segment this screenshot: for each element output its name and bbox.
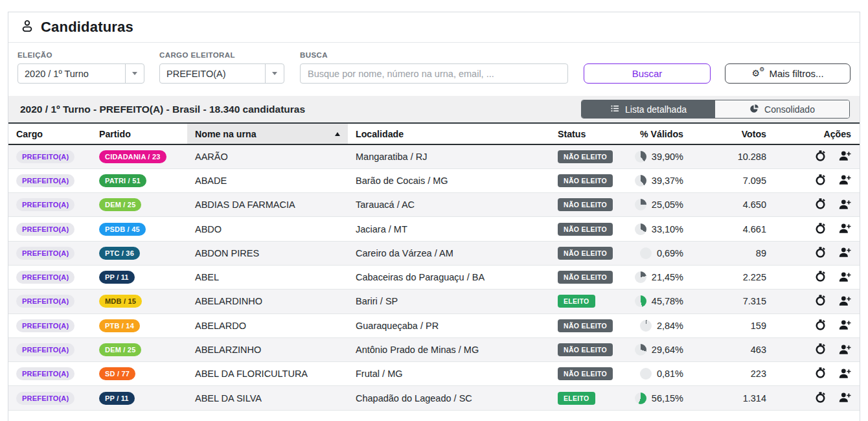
votes: 89 [686,241,770,265]
party-badge: DEM / 25 [99,343,141,356]
timer-action-button[interactable] [814,391,827,405]
party-badge: PTC / 36 [99,247,140,260]
candidate-name: ABEL DA FLORICULTURA [187,362,348,386]
cargo-badge: PREFEITO(A) [16,319,74,332]
cargo-badge: PREFEITO(A) [16,198,74,211]
cargo-label: CARGO ELEITORAL [159,51,284,59]
mais-filtros-label: Mais filtros... [769,68,823,79]
col-votos[interactable]: Votos [686,124,770,144]
page-title: Candidaturas [41,19,133,36]
add-user-action-button[interactable] [838,173,851,188]
summary-bar: 2020 / 1º Turno - PREFEITO(A) - Brasil -… [8,96,860,124]
cargo-badge: PREFEITO(A) [16,247,74,260]
busca-label: BUSCA [300,51,568,59]
status-badge: NÃO ELEITO [558,223,613,236]
cargo-select[interactable]: PREFEITO(A) [159,63,284,84]
party-badge: PTB / 14 [99,319,140,332]
locality: Cabaceiras do Paraguaçu / BA [348,265,550,289]
timer-action-button[interactable] [814,294,827,308]
col-cargo[interactable]: Cargo [8,124,91,144]
locality: Tarauacá / AC [348,193,550,217]
table-row-partial [8,410,860,421]
candidate-name: ABEL DA SILVA [187,386,348,410]
add-user-action-button[interactable] [838,222,851,236]
col-nome-na-urna[interactable]: Nome na urna [187,124,348,144]
candidaturas-table: Cargo Partido Nome na urna Localidade St… [8,124,860,421]
table-row: PREFEITO(A) PP / 11 ABEL DA SILVA Chapad… [8,386,860,410]
candidate-name: ABEL [187,265,348,289]
status-badge: NÃO ELEITO [558,343,613,356]
search-input[interactable] [300,63,568,84]
add-user-action-button[interactable] [838,367,851,381]
col-status[interactable]: Status [550,124,628,144]
mais-filtros-button[interactable]: ⚙⚙ Mais filtros... [725,63,851,84]
percent-valid: 25,05% [652,199,683,210]
timer-action-button[interactable] [814,343,827,357]
col-pct-validos[interactable]: % Válidos [628,124,686,144]
table-row: PREFEITO(A) PTB / 14 ABELARDO Guaraqueça… [8,313,860,337]
person-add-icon [838,154,851,164]
candidate-name: ABELARDO [187,313,348,337]
stopwatch-icon [814,227,827,236]
add-user-action-button[interactable] [838,294,851,309]
cargo-badge: PREFEITO(A) [16,174,74,187]
tab-lista-detalhada[interactable]: Lista detalhada [582,100,715,118]
percent-pie-icon [635,175,646,187]
col-localidade[interactable]: Localidade [348,124,550,144]
table-header-row: Cargo Partido Nome na urna Localidade St… [8,124,860,144]
person-add-icon [838,178,851,188]
timer-action-button[interactable] [814,246,827,260]
percent-valid: 29,64% [652,345,683,355]
percent-pie-icon [640,247,652,259]
cargo-badge: PREFEITO(A) [16,343,74,356]
candidate-name: ABDON PIRES [187,241,348,265]
percent-valid: 33,10% [652,224,683,234]
stopwatch-icon [814,202,827,212]
stopwatch-icon [814,371,827,381]
col-partido[interactable]: Partido [91,124,187,144]
candidate-name: ABDO [187,217,348,241]
candidate-name: ABADE [187,168,348,192]
col-acoes: Ações [770,124,860,144]
add-user-action-button[interactable] [838,245,851,260]
add-user-action-button[interactable] [838,149,851,164]
timer-action-button[interactable] [814,198,827,212]
percent-valid: 2,84% [657,321,683,331]
party-badge: CIDADANIA / 23 [99,150,166,163]
table-row: PREFEITO(A) SD / 77 ABEL DA FLORICULTURA… [8,362,860,386]
pie-chart-icon [749,104,759,115]
add-user-action-button[interactable] [838,198,851,212]
status-badge: NÃO ELEITO [558,150,613,163]
percent-pie-icon [640,320,652,332]
eleicao-select[interactable]: 2020 / 1º Turno [17,63,144,84]
person-add-icon [838,203,851,212]
table-row: PREFEITO(A) PSDB / 45 ABDO Jaciara / MT … [8,217,860,241]
locality: Careiro da Várzea / AM [348,241,550,265]
timer-action-button[interactable] [814,367,827,381]
add-user-action-button[interactable] [838,270,851,285]
timer-action-button[interactable] [814,319,827,333]
locality: Guaraqueçaba / PR [348,313,550,337]
timer-action-button[interactable] [814,174,827,188]
status-badge: ELEITO [558,392,595,405]
view-tabs: Lista detalhada Consolidado [581,100,850,119]
stopwatch-icon [814,323,827,333]
stopwatch-icon [814,275,827,284]
timer-action-button[interactable] [814,222,827,236]
votes: 463 [686,337,770,361]
add-user-action-button[interactable] [838,318,851,333]
add-user-action-button[interactable] [838,343,851,358]
cargo-value: PREFEITO(A) [160,69,233,79]
person-add-icon [838,227,851,236]
percent-pie-icon [635,295,646,307]
timer-action-button[interactable] [814,150,827,164]
votes: 10.288 [686,144,770,168]
tab-consolidado[interactable]: Consolidado [715,100,849,118]
add-user-action-button[interactable] [838,391,851,405]
person-add-icon [838,372,851,381]
percent-valid: 56,15% [652,393,683,404]
buscar-button[interactable]: Buscar [584,63,711,84]
person-icon [20,19,34,36]
person-add-icon [838,299,851,309]
timer-action-button[interactable] [814,270,827,284]
